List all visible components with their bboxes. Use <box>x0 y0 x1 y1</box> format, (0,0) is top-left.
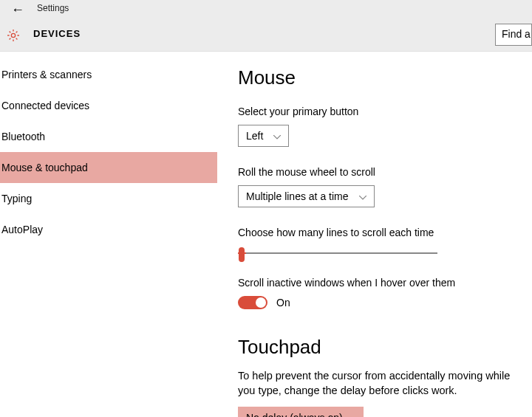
sidebar-item-label: Bluetooth <box>1 131 45 142</box>
primary-button-label: Select your primary button <box>238 106 532 117</box>
slider-thumb[interactable] <box>239 247 245 262</box>
toggle-state-text: On <box>276 297 290 309</box>
sidebar-item-label: Connected devices <box>1 100 89 111</box>
sidebar-item-mouse-touchpad[interactable]: Mouse & touchpad <box>0 152 217 183</box>
dropdown-value: Multiple lines at a time <box>246 190 349 202</box>
primary-button-dropdown[interactable]: Left <box>238 125 289 147</box>
touchpad-delay-dropdown[interactable]: No delay (always on) <box>238 407 364 417</box>
arrow-left-icon: ← <box>11 2 24 17</box>
back-button[interactable]: ← <box>11 3 24 16</box>
sidebar-item-connected-devices[interactable]: Connected devices <box>0 90 217 121</box>
inactive-windows-toggle[interactable] <box>238 296 267 309</box>
inactive-windows-label: Scroll inactive windows when I hover ove… <box>238 277 532 289</box>
sidebar-item-label: AutoPlay <box>1 224 43 235</box>
mouse-heading: Mouse <box>238 66 532 89</box>
sidebar: Printers & scanners Connected devices Bl… <box>0 52 217 417</box>
find-setting-input[interactable]: Find a <box>495 24 532 46</box>
window-title: Settings <box>37 3 69 13</box>
sidebar-item-printers[interactable]: Printers & scanners <box>0 59 217 90</box>
find-setting-placeholder: Find a <box>502 28 531 40</box>
touchpad-description: To help prevent the cursor from accident… <box>238 369 526 398</box>
header: ← Settings DEVICES Find a <box>0 0 532 52</box>
scroll-wheel-dropdown[interactable]: Multiple lines at a time <box>238 185 375 207</box>
sidebar-item-autoplay[interactable]: AutoPlay <box>0 214 217 245</box>
sidebar-item-label: Mouse & touchpad <box>1 162 88 173</box>
sidebar-item-bluetooth[interactable]: Bluetooth <box>0 121 217 152</box>
content: Mouse Select your primary button Left Ro… <box>217 52 532 417</box>
lines-to-scroll-slider[interactable] <box>238 246 437 261</box>
toggle-knob <box>256 297 266 308</box>
dropdown-value: No delay (always on) <box>246 412 343 417</box>
chevron-down-icon <box>273 130 281 142</box>
gear-icon <box>6 28 21 43</box>
sidebar-item-label: Typing <box>1 193 32 204</box>
slider-track <box>238 252 437 254</box>
page-title: DEVICES <box>33 28 81 39</box>
sidebar-item-label: Printers & scanners <box>1 69 92 80</box>
dropdown-value: Left <box>246 130 263 142</box>
touchpad-heading: Touchpad <box>238 336 532 359</box>
chevron-down-icon <box>359 190 366 202</box>
scroll-wheel-label: Roll the mouse wheel to scroll <box>238 166 532 178</box>
svg-point-0 <box>11 33 15 37</box>
sidebar-item-typing[interactable]: Typing <box>0 183 217 214</box>
lines-to-scroll-label: Choose how many lines to scroll each tim… <box>238 227 532 238</box>
